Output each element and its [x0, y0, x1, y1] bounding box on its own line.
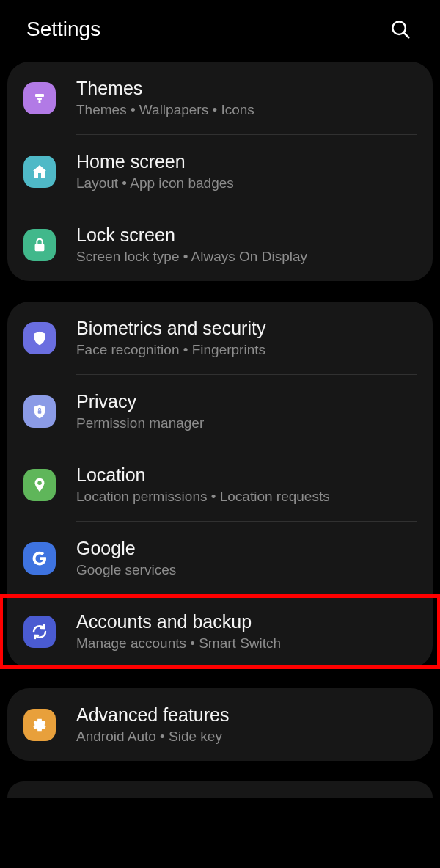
item-subtitle: Location permissions • Location requests	[76, 489, 330, 505]
item-subtitle: Android Auto • Side key	[76, 729, 229, 745]
svg-line-1	[404, 33, 408, 37]
item-title: Themes	[76, 78, 254, 99]
settings-group: ThemesThemes • Wallpapers • IconsHome sc…	[7, 62, 433, 281]
item-subtitle: Layout • App icon badges	[76, 175, 234, 192]
svg-rect-6	[38, 410, 42, 414]
settings-item-google[interactable]: GoogleGoogle services	[7, 522, 433, 594]
svg-rect-2	[35, 94, 44, 97]
settings-group: Advanced featuresAndroid Auto • Side key	[7, 688, 433, 761]
settings-item-themes[interactable]: ThemesThemes • Wallpapers • Icons	[7, 62, 433, 134]
item-subtitle: Themes • Wallpapers • Icons	[76, 102, 254, 118]
settings-item-advanced-features[interactable]: Advanced featuresAndroid Auto • Side key	[7, 688, 433, 761]
item-text: Lock screenScreen lock type • Always On …	[76, 225, 307, 265]
item-title: Location	[76, 464, 330, 486]
page-title: Settings	[26, 18, 100, 41]
brush-icon	[23, 82, 56, 114]
svg-rect-3	[37, 98, 42, 100]
search-button[interactable]	[387, 16, 414, 43]
settings-item-location[interactable]: LocationLocation permissions • Location …	[7, 448, 433, 521]
lock-icon	[23, 229, 56, 261]
shield-lock-icon	[23, 395, 56, 428]
item-subtitle: Screen lock type • Always On Display	[76, 249, 307, 265]
item-subtitle: Google services	[76, 562, 176, 578]
settings-item-home-screen[interactable]: Home screenLayout • App icon badges	[7, 135, 433, 208]
header: Settings	[0, 0, 440, 62]
home-icon	[23, 156, 56, 188]
item-text: Home screenLayout • App icon badges	[76, 151, 234, 192]
search-icon	[389, 18, 411, 40]
item-text: LocationLocation permissions • Location …	[76, 464, 330, 505]
settings-item-lock-screen[interactable]: Lock screenScreen lock type • Always On …	[7, 208, 433, 281]
sync-icon	[23, 616, 56, 648]
settings-group-partial	[7, 781, 433, 798]
item-subtitle: Manage accounts • Smart Switch	[76, 635, 281, 652]
settings-item-privacy[interactable]: PrivacyPermission manager	[7, 375, 433, 448]
settings-item-biometrics-security[interactable]: Biometrics and securityFace recognition …	[7, 302, 433, 374]
item-title: Google	[76, 538, 176, 559]
item-title: Home screen	[76, 151, 234, 172]
item-title: Biometrics and security	[76, 318, 265, 339]
svg-point-7	[37, 481, 42, 485]
item-title: Advanced features	[76, 704, 229, 726]
item-text: Accounts and backupManage accounts • Sma…	[76, 611, 281, 652]
item-title: Lock screen	[76, 225, 307, 246]
item-text: ThemesThemes • Wallpapers • Icons	[76, 78, 254, 118]
pin-icon	[23, 469, 56, 501]
item-title: Privacy	[76, 391, 204, 412]
shield-icon	[23, 322, 56, 354]
svg-rect-4	[39, 100, 41, 103]
item-subtitle: Permission manager	[76, 415, 204, 431]
item-subtitle: Face recognition • Fingerprints	[76, 342, 265, 358]
item-text: GoogleGoogle services	[76, 538, 176, 578]
item-title: Accounts and backup	[76, 611, 281, 632]
item-text: Biometrics and securityFace recognition …	[76, 318, 265, 358]
item-text: Advanced featuresAndroid Auto • Side key	[76, 704, 229, 745]
gear-icon	[23, 709, 56, 741]
google-icon	[23, 542, 56, 575]
settings-group: Biometrics and securityFace recognition …	[7, 302, 433, 668]
item-text: PrivacyPermission manager	[76, 391, 204, 431]
settings-item-accounts-backup[interactable]: Accounts and backupManage accounts • Sma…	[0, 595, 440, 668]
svg-rect-5	[35, 244, 45, 251]
